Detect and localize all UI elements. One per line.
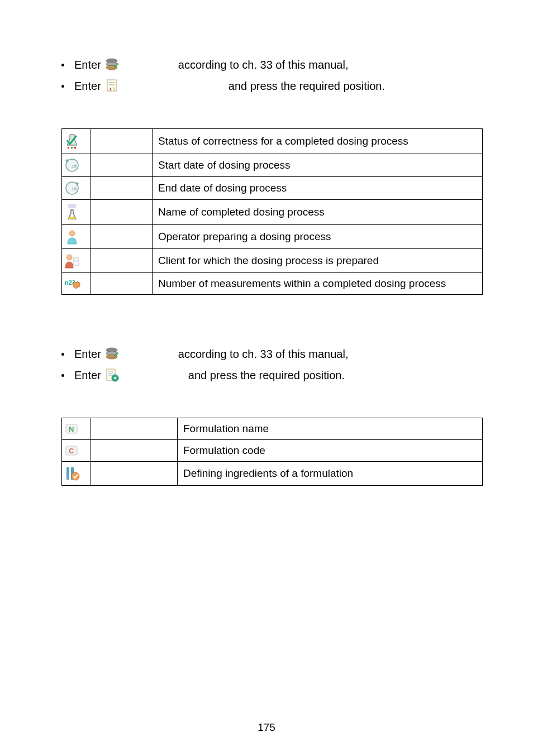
- icon-cell: [62, 200, 91, 225]
- icon-cell: [62, 462, 91, 486]
- document-gear-icon: [103, 366, 120, 384]
- table-row: Client for which the dosing process is p…: [62, 249, 483, 273]
- person-single-icon: [64, 228, 88, 245]
- table-formulation: N Formulation name C Formulation code: [61, 418, 483, 486]
- icon-cell: [62, 249, 91, 273]
- label-cell: [91, 225, 153, 249]
- description-cell: Formulation code: [178, 440, 483, 462]
- svg-text:15: 15: [72, 186, 77, 192]
- svg-rect-13: [69, 205, 75, 207]
- n-count-icon: n23: [64, 277, 88, 290]
- bullet-dot: [61, 374, 64, 377]
- table-row: n23 Number of measurements within a comp…: [62, 273, 483, 295]
- svg-point-35: [72, 472, 79, 480]
- bullet-dot: [61, 353, 64, 356]
- bullet-item: Enter according to ch. 33 of this manual…: [61, 345, 483, 363]
- instruction-line: Enter and press the required position.: [74, 77, 483, 95]
- label-cell: [91, 462, 178, 486]
- bullet-list-1: Enter according to ch. 33 of this manual…: [61, 56, 483, 95]
- label-cell: [91, 129, 153, 154]
- icon-cell: 15: [62, 154, 91, 177]
- svg-text:15: 15: [72, 164, 77, 169]
- bullet-list-2: Enter according to ch. 33 of this manual…: [61, 345, 483, 384]
- bullet-item: Enter and press the required position.: [61, 366, 483, 384]
- svg-point-14: [69, 231, 75, 236]
- ingredients-icon: [64, 465, 88, 482]
- description-cell: Number of measurements within a complete…: [153, 273, 483, 295]
- bullet-suffix: and press the required position.: [122, 369, 483, 382]
- n-badge-icon: N: [64, 422, 88, 436]
- label-cell: [91, 200, 153, 225]
- stack-icon: [103, 345, 120, 363]
- stack-icon: [103, 56, 120, 74]
- table-row: 15 Start date of dosing process: [62, 154, 483, 177]
- description-cell: Name of completed dosing process: [153, 200, 483, 225]
- svg-point-15: [66, 255, 72, 260]
- svg-rect-33: [66, 467, 69, 480]
- person-doc-icon: [64, 252, 88, 269]
- icon-cell: [62, 129, 91, 154]
- icon-cell: 15: [62, 177, 91, 200]
- icon-cell: n23: [62, 273, 91, 295]
- table-row: Defining ingredients of a formulation: [62, 462, 483, 486]
- bullet-suffix: according to ch. 33 of this manual,: [122, 348, 483, 361]
- bullet-prefix: Enter: [74, 59, 101, 71]
- description-cell: Formulation name: [178, 418, 483, 440]
- c-badge-icon: C: [64, 444, 88, 457]
- bullet-dot: [61, 85, 64, 88]
- icon-cell: [62, 225, 91, 249]
- description-cell: Client for which the dosing process is p…: [153, 249, 483, 273]
- instruction-line: Enter and press the required position.: [74, 366, 483, 384]
- instruction-line: Enter according to ch. 33 of this manual…: [74, 345, 483, 363]
- bullet-prefix: Enter: [74, 369, 101, 382]
- table-row: Operator preparing a dosing process: [62, 225, 483, 249]
- icon-cell: N: [62, 418, 91, 440]
- svg-rect-7: [71, 147, 73, 149]
- bullet-item: Enter and press the required position.: [61, 77, 483, 95]
- svg-rect-8: [74, 147, 76, 149]
- bullet-suffix: and press the required position.: [122, 80, 483, 93]
- table-dosing-report: Status of correctness for a completed do…: [61, 128, 483, 295]
- bullet-item: Enter according to ch. 33 of this manual…: [61, 56, 483, 74]
- bullet-prefix: Enter: [74, 80, 101, 93]
- description-cell: Operator preparing a dosing process: [153, 225, 483, 249]
- svg-rect-6: [68, 147, 69, 149]
- bullet-suffix: according to ch. 33 of this manual,: [122, 59, 483, 71]
- label-cell: [91, 154, 153, 177]
- table-row: Status of correctness for a completed do…: [62, 129, 483, 154]
- flask-scale-icon: [64, 203, 88, 221]
- svg-rect-3: [107, 80, 116, 91]
- calendar-end-icon: 15: [64, 180, 88, 196]
- svg-text:C: C: [69, 447, 74, 455]
- label-cell: [91, 418, 178, 440]
- table-row: C Formulation code: [62, 440, 483, 462]
- bullet-dot: [61, 64, 64, 66]
- label-cell: [91, 249, 153, 273]
- svg-text:N: N: [69, 425, 74, 433]
- icon-cell: C: [62, 440, 91, 462]
- table-row: N Formulation name: [62, 418, 483, 440]
- bullet-prefix: Enter: [74, 348, 101, 361]
- svg-point-28: [114, 377, 116, 379]
- calendar-start-icon: 15: [64, 157, 88, 173]
- label-cell: [91, 440, 178, 462]
- instruction-line: Enter according to ch. 33 of this manual…: [74, 56, 483, 74]
- label-cell: [91, 177, 153, 200]
- table-row: Name of completed dosing process: [62, 200, 483, 225]
- label-cell: [91, 273, 153, 295]
- table-row: 15 End date of dosing process: [62, 177, 483, 200]
- description-cell: End date of dosing process: [153, 177, 483, 200]
- flask-check-icon: [64, 132, 88, 150]
- description-cell: Defining ingredients of a formulation: [178, 462, 483, 486]
- page-number: 175: [0, 721, 533, 734]
- document-report-icon: [103, 77, 120, 95]
- description-cell: Start date of dosing process: [153, 154, 483, 177]
- description-cell: Status of correctness for a completed do…: [153, 129, 483, 154]
